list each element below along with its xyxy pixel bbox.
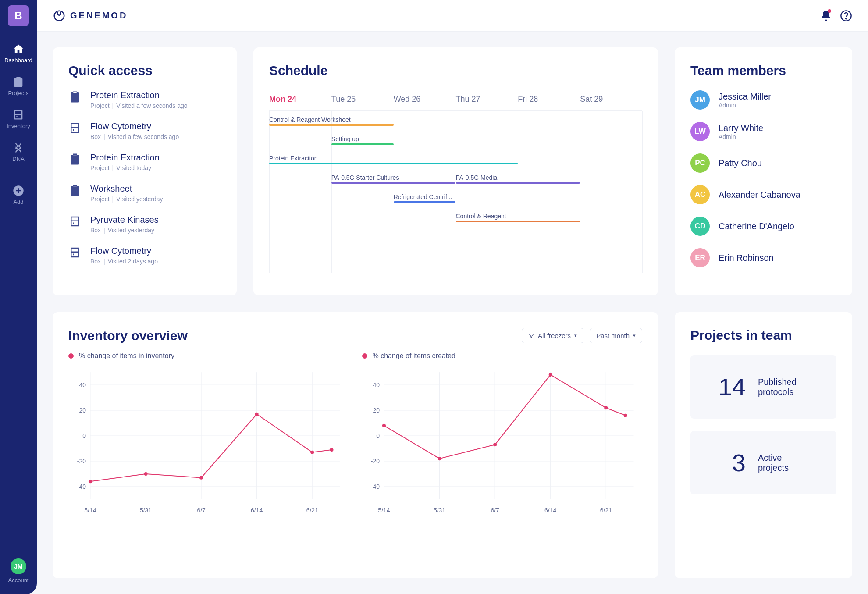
team-member[interactable]: ERErin Robinson — [690, 248, 836, 267]
member-role: Admin — [719, 102, 771, 109]
member-avatar: LW — [690, 122, 710, 141]
stat-label: Activeprojects — [758, 453, 789, 473]
quick-access-title: Quick access — [68, 63, 221, 78]
schedule-bar-label: PA-0.5G Media — [456, 174, 580, 181]
schedule-day[interactable]: Sat 29 — [580, 95, 642, 110]
brand[interactable]: GENEMOD — [53, 9, 128, 22]
svg-text:6/7: 6/7 — [491, 507, 499, 514]
schedule-bar[interactable]: Control & Reagent — [456, 213, 580, 222]
sidebar-item-projects[interactable]: Projects — [4, 70, 32, 103]
quick-access-item[interactable]: Protein ExtractionProject|Visited a few … — [68, 90, 221, 109]
team-member[interactable]: LWLarry WhiteAdmin — [690, 122, 836, 141]
schedule-bar-label: Control & Reagent — [456, 213, 580, 220]
svg-point-55 — [623, 414, 627, 417]
schedule-day[interactable]: Fri 28 — [518, 95, 580, 110]
filter-icon — [528, 333, 534, 339]
line-chart: % change of items created-40-20020405/14… — [362, 352, 643, 517]
quick-access-item[interactable]: Flow CytometryBox|Visited a few seconds … — [68, 121, 221, 140]
svg-text:6/21: 6/21 — [306, 507, 318, 514]
legend-label: % change of items in inventory — [79, 352, 174, 360]
sidebar-item-inventory[interactable]: Inventory — [4, 103, 32, 135]
legend-dot — [68, 353, 74, 359]
quick-access-item-title: Worksheet — [90, 184, 163, 194]
svg-text:0: 0 — [376, 432, 380, 439]
clipboard-icon — [68, 184, 82, 199]
schedule-bar[interactable]: Setting up — [331, 135, 394, 145]
schedule-bar-label: Protein Extraction — [269, 155, 518, 162]
quick-access-item-title: Pyruvate Kinases — [90, 215, 159, 225]
dna-icon — [12, 142, 25, 154]
team-member[interactable]: CDCatherine D'Angelo — [690, 217, 836, 236]
home-icon — [12, 43, 25, 55]
quick-access-item[interactable]: Pyruvate KinasesBox|Visited yesterday — [68, 215, 221, 234]
freezer-filter-label: All freezers — [538, 332, 571, 339]
freezer-icon — [68, 121, 82, 136]
svg-text:-20: -20 — [77, 458, 86, 465]
notifications-button[interactable] — [820, 10, 832, 22]
schedule-bar[interactable]: Control & Reagent Worksheet — [269, 116, 394, 126]
workspace-logo[interactable]: B — [8, 5, 29, 26]
schedule-day[interactable]: Thu 27 — [455, 95, 518, 110]
svg-text:-40: -40 — [370, 483, 379, 490]
sidebar-item-dashboard[interactable]: Dashboard — [4, 37, 32, 70]
plus-icon — [12, 185, 25, 197]
svg-point-29 — [330, 448, 334, 452]
stat-box[interactable]: 3Activeprojects — [690, 431, 836, 494]
svg-point-26 — [199, 476, 203, 480]
quick-access-item-title: Flow Cytometry — [90, 121, 179, 132]
team-card: Team members JMJessica MillerAdminLWLarr… — [675, 47, 852, 295]
chevron-down-icon: ▾ — [633, 333, 636, 338]
svg-point-3 — [846, 18, 847, 19]
help-icon — [840, 10, 852, 22]
member-name: Erin Robinson — [719, 253, 774, 263]
schedule-bar[interactable]: Refrigerated Centrif... — [394, 193, 456, 203]
sidebar-item-dna[interactable]: DNA — [4, 135, 32, 168]
quick-access-item[interactable]: Flow CytometryBox|Visited 2 days ago — [68, 246, 221, 265]
svg-text:6/7: 6/7 — [197, 507, 206, 514]
projects-title: Projects in team — [690, 328, 836, 343]
sidebar-item-add[interactable]: Add — [4, 178, 32, 211]
line-chart: % change of items in inventory-40-200204… — [68, 352, 349, 517]
account-avatar: JM — [11, 558, 26, 574]
sidebar-item-label: Projects — [8, 90, 29, 96]
svg-text:6/14: 6/14 — [251, 507, 263, 514]
freezer-icon — [68, 215, 82, 230]
schedule-bar[interactable]: PA-0.5G Media — [456, 174, 580, 184]
quick-access-item-meta: Box|Visited a few seconds ago — [90, 133, 179, 140]
sidebar-item-label: Add — [13, 199, 23, 205]
team-member[interactable]: ACAlexander Cabanova — [690, 185, 836, 204]
legend-dot — [362, 353, 367, 359]
sidebar-item-label: DNA — [12, 156, 24, 162]
svg-point-28 — [310, 451, 314, 454]
help-button[interactable] — [840, 10, 852, 22]
svg-point-53 — [548, 373, 552, 377]
schedule-day[interactable]: Tue 25 — [331, 95, 394, 110]
quick-access-item-meta: Box|Visited 2 days ago — [90, 258, 158, 265]
freezer-icon — [12, 109, 25, 121]
svg-text:5/14: 5/14 — [84, 507, 96, 514]
team-member[interactable]: PCPatty Chou — [690, 153, 836, 173]
stat-box[interactable]: 14Publishedprotocols — [690, 355, 836, 419]
svg-point-25 — [144, 472, 148, 476]
brand-icon — [53, 9, 66, 22]
schedule-day[interactable]: Wed 26 — [394, 95, 456, 110]
quick-access-item[interactable]: Protein ExtractionProject|Visited today — [68, 153, 221, 171]
schedule-bar[interactable]: Protein Extraction — [269, 155, 518, 164]
account-label: Account — [8, 577, 29, 583]
schedule-title: Schedule — [269, 63, 642, 78]
member-role: Admin — [719, 133, 763, 140]
team-title: Team members — [690, 63, 836, 78]
svg-point-27 — [255, 413, 259, 416]
quick-access-item[interactable]: WorksheetProject|Visited yesterday — [68, 184, 221, 203]
time-filter[interactable]: Past month ▾ — [590, 328, 642, 343]
svg-text:40: 40 — [79, 381, 86, 388]
freezer-filter[interactable]: All freezers ▾ — [522, 328, 583, 343]
schedule-bar[interactable]: PA-0.5G Starter Cultures — [331, 174, 456, 184]
svg-text:40: 40 — [373, 381, 380, 388]
sidebar-account[interactable]: JM Account — [8, 558, 29, 594]
team-member[interactable]: JMJessica MillerAdmin — [690, 90, 836, 110]
time-filter-label: Past month — [596, 332, 630, 339]
quick-access-card: Quick access Protein ExtractionProject|V… — [53, 47, 237, 295]
schedule-day[interactable]: Mon 24 — [269, 95, 331, 110]
quick-access-item-meta: Box|Visited yesterday — [90, 227, 159, 234]
